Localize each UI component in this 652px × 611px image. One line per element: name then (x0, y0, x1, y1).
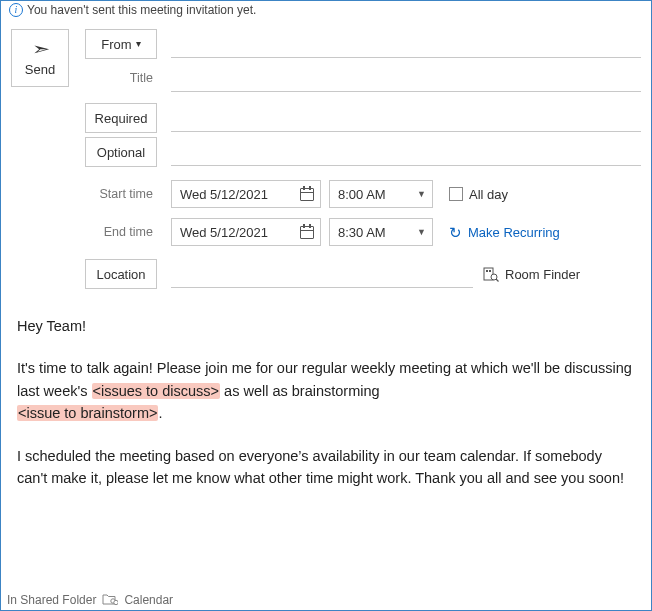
svg-rect-2 (489, 270, 491, 272)
send-label: Send (25, 62, 55, 77)
info-icon: i (9, 3, 23, 17)
all-day-toggle[interactable]: All day (449, 187, 508, 202)
room-finder-label: Room Finder (505, 267, 580, 282)
meeting-header: ➣ Send From ▾ Title Required (1, 19, 651, 291)
location-input[interactable] (171, 260, 473, 288)
chevron-down-icon: ▾ (136, 39, 141, 49)
start-time-picker[interactable]: 8:00 AM ▼ (329, 180, 433, 208)
make-recurring-button[interactable]: ↻ Make Recurring (449, 225, 560, 240)
required-input[interactable] (171, 104, 641, 132)
required-button[interactable]: Required (85, 103, 157, 133)
title-label: Title (79, 63, 163, 93)
start-date-picker[interactable]: Wed 5/12/2021 (171, 180, 321, 208)
from-label: From (101, 37, 131, 52)
svg-rect-1 (486, 270, 488, 272)
body-p2: It's time to talk again! Please join me … (17, 357, 635, 424)
placeholder-issues[interactable]: <issues to discuss> (92, 383, 221, 399)
from-input[interactable] (171, 30, 641, 58)
calendar-folder-label: Calendar (124, 593, 173, 607)
status-bar: In Shared Folder Calendar (1, 590, 651, 610)
body-p1: Hey Team! (17, 315, 635, 337)
send-icon: ➣ (31, 40, 49, 58)
send-button[interactable]: ➣ Send (11, 29, 69, 87)
end-time-label: End time (79, 217, 163, 247)
svg-line-4 (496, 279, 499, 282)
calendar-icon (300, 188, 314, 201)
chevron-down-icon: ▼ (417, 228, 426, 237)
all-day-checkbox[interactable] (449, 187, 463, 201)
all-day-label: All day (469, 187, 508, 202)
end-time-value: 8:30 AM (338, 225, 386, 240)
folder-icon (102, 592, 118, 609)
end-date-picker[interactable]: Wed 5/12/2021 (171, 218, 321, 246)
location-label-text: Location (96, 267, 145, 282)
room-finder-button[interactable]: Room Finder (483, 266, 580, 282)
recurring-icon: ↻ (449, 225, 462, 240)
optional-input[interactable] (171, 138, 641, 166)
optional-label: Optional (97, 145, 145, 160)
info-text: You haven't sent this meeting invitation… (27, 3, 256, 17)
svg-point-6 (114, 600, 118, 604)
info-bar: i You haven't sent this meeting invitati… (1, 1, 651, 19)
message-body[interactable]: Hey Team! It's time to talk again! Pleas… (1, 291, 651, 520)
recurring-label: Make Recurring (468, 225, 560, 240)
optional-button[interactable]: Optional (85, 137, 157, 167)
shared-folder-label: In Shared Folder (7, 593, 96, 607)
chevron-down-icon: ▼ (417, 190, 426, 199)
title-input[interactable] (171, 64, 641, 92)
end-time-picker[interactable]: 8:30 AM ▼ (329, 218, 433, 246)
from-button[interactable]: From ▾ (85, 29, 157, 59)
room-finder-icon (483, 266, 499, 282)
body-p3: I scheduled the meeting based on everyon… (17, 445, 635, 490)
calendar-icon (300, 226, 314, 239)
start-time-value: 8:00 AM (338, 187, 386, 202)
start-date-value: Wed 5/12/2021 (180, 187, 268, 202)
location-button[interactable]: Location (85, 259, 157, 289)
required-label: Required (95, 111, 148, 126)
end-date-value: Wed 5/12/2021 (180, 225, 268, 240)
start-time-label: Start time (79, 179, 163, 209)
placeholder-brainstorm[interactable]: <issue to brainstorm> (17, 405, 158, 421)
